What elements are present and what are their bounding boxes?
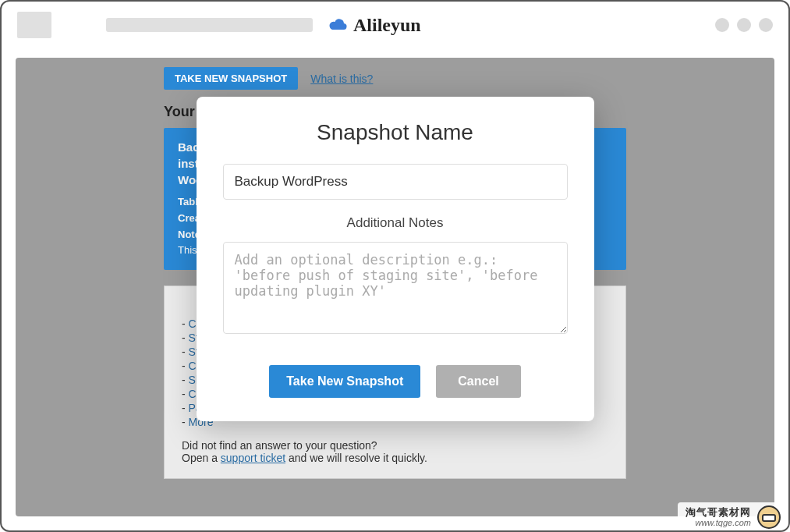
addressbar-placeholder xyxy=(106,18,313,32)
modal-title: Snapshot Name xyxy=(223,120,568,145)
modal-cancel-button[interactable]: Cancel xyxy=(436,365,520,398)
snapshot-modal: Snapshot Name Additional Notes Take New … xyxy=(197,97,594,421)
watermark: 淘气哥素材网 www.tqge.com xyxy=(678,502,788,530)
modal-notes-label: Additional Notes xyxy=(223,215,568,231)
modal-actions: Take New Snapshot Cancel xyxy=(223,365,568,398)
window-controls xyxy=(715,18,773,32)
window-dot[interactable] xyxy=(715,18,729,32)
window-dot[interactable] xyxy=(737,18,751,32)
watermark-url: www.tqge.com xyxy=(685,518,751,528)
brand-text: Alileyun xyxy=(353,15,421,36)
brand: Alileyun xyxy=(328,15,421,36)
snapshot-notes-textarea[interactable] xyxy=(223,242,568,334)
window-dot[interactable] xyxy=(759,18,773,32)
page-content: TAKE NEW SNAPSHOT What is this? Your Sna… xyxy=(16,58,774,516)
browser-frame: Alileyun TAKE NEW SNAPSHOT What is this?… xyxy=(0,0,790,532)
cloud-icon xyxy=(328,17,349,33)
watermark-text: 淘气哥素材网 xyxy=(685,506,751,519)
snapshot-name-input[interactable] xyxy=(223,164,568,200)
titlebar: Alileyun xyxy=(2,2,788,48)
modal-backdrop: Snapshot Name Additional Notes Take New … xyxy=(16,58,774,516)
modal-submit-button[interactable]: Take New Snapshot xyxy=(269,365,420,398)
mascot-icon xyxy=(757,505,781,529)
tab-placeholder xyxy=(17,12,51,38)
